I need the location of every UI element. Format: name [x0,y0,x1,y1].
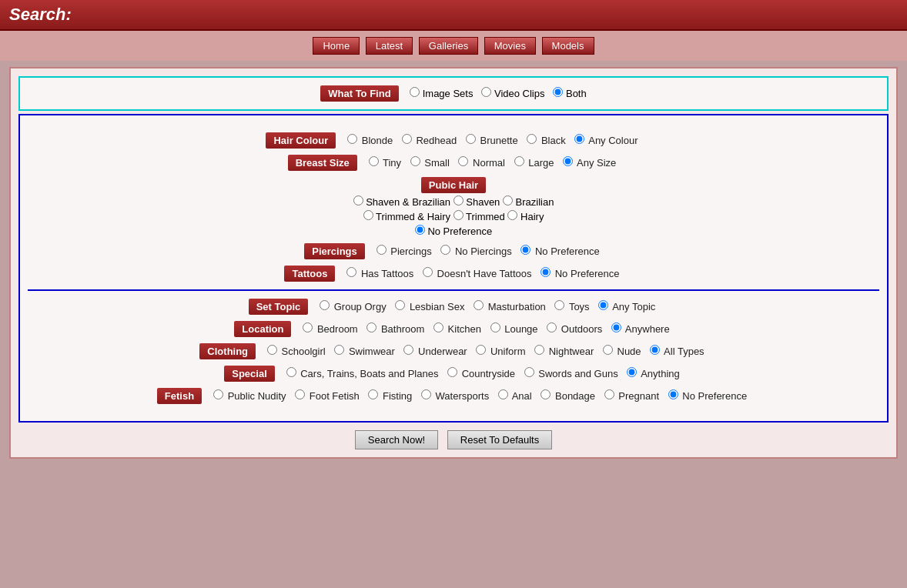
pubic-brazilian[interactable]: Brazilian [503,196,554,208]
special-anything[interactable]: Anything [627,368,680,379]
buttons-row: Search Now! Reset To Defaults [18,430,889,449]
clothing-schoolgirl[interactable]: Schoolgirl [267,346,326,357]
nav-bar: Home Latest Galleries Movies Models [0,31,907,61]
location-anywhere[interactable]: Anywhere [611,323,670,335]
tattoos-row: Tattoos Has Tattoos Doesn't Have Tattoos… [28,266,879,282]
set-topic-row: Set Topic Group Orgy Lesbian Sex Masturb… [28,299,879,315]
pubic-hair-label: Pubic Hair [421,177,486,193]
reset-defaults-button[interactable]: Reset To Defaults [447,430,552,449]
pubic-trimmed[interactable]: Trimmed [454,211,505,222]
pubic-shaven[interactable]: Shaven [454,196,500,208]
pubic-shaven-brazilian[interactable]: Shaven & Brazilian [353,196,450,208]
location-kitchen[interactable]: Kitchen [433,323,481,335]
page-title: Search: [9,5,72,24]
clothing-label: Clothing [199,343,256,359]
hair-colour-label: Hair Colour [266,132,336,149]
clothing-row: Clothing Schoolgirl Swimwear Underwear U… [28,343,879,359]
fetish-bondage[interactable]: Bondage [541,390,595,402]
pubic-hair-row2: Trimmed & Hairy Trimmed Hairy [28,210,879,222]
clothing-underwear[interactable]: Underwear [403,346,467,357]
fetish-anal[interactable]: Anal [498,390,532,402]
option-video-clips[interactable]: Video Clips [481,88,547,99]
what-to-find-box: What To Find Image Sets Video Clips Both [18,76,889,111]
special-label: Special [224,366,275,382]
piercings-no[interactable]: No Piercings [440,246,511,257]
pubic-hairy[interactable]: Hairy [507,211,544,222]
nav-galleries[interactable]: Galleries [419,37,478,55]
option-both[interactable]: Both [553,88,586,99]
piercings-no-pref[interactable]: No Preference [520,246,599,257]
hair-colour-row: Hair Colour Blonde Redhead Brunette Blac… [28,132,879,149]
location-lounge[interactable]: Lounge [490,323,538,335]
set-topic-label: Set Topic [249,299,309,315]
nav-models[interactable]: Models [542,37,594,55]
location-label: Location [234,321,291,337]
location-bedroom[interactable]: Bedroom [303,323,357,335]
pubic-hair-block: Pubic Hair Shaven & Brazilian Shaven Bra… [28,177,879,237]
section-divider [28,289,879,291]
breast-size-row: Breast Size Tiny Small Normal Large Any … [28,155,879,171]
location-outdoors[interactable]: Outdoors [547,323,602,335]
fetish-row: Fetish Public Nudity Foot Fetish Fisting… [28,388,879,404]
breast-any[interactable]: Any Size [563,157,616,169]
what-to-find-label: What To Find [320,85,398,102]
pubic-trimmed-hairy[interactable]: Trimmed & Hairy [363,211,450,222]
pubic-no-preference[interactable]: No Preference [415,226,492,237]
topic-group-orgy[interactable]: Group Orgy [320,301,387,312]
breast-large[interactable]: Large [514,157,554,169]
hair-redhead[interactable]: Redhead [402,135,457,146]
search-now-button[interactable]: Search Now! [355,430,438,449]
location-row: Location Bedroom Bathroom Kitchen Lounge… [28,321,879,337]
breast-size-label: Breast Size [288,155,357,171]
special-swords[interactable]: Swords and Guns [524,368,618,379]
main-search-box: Hair Colour Blonde Redhead Brunette Blac… [18,114,889,423]
location-bathroom[interactable]: Bathroom [366,323,424,335]
clothing-nightwear[interactable]: Nightwear [534,346,594,357]
title-bar: Search: [0,0,907,31]
tattoos-doesnt[interactable]: Doesn't Have Tattoos [423,268,532,279]
hair-any[interactable]: Any Colour [574,135,638,146]
clothing-swimwear[interactable]: Swimwear [334,346,395,357]
topic-toys[interactable]: Toys [554,301,589,312]
option-image-sets[interactable]: Image Sets [410,88,476,99]
piercings-yes[interactable]: Piercings [377,246,432,257]
nav-home[interactable]: Home [313,37,360,55]
hair-brunette[interactable]: Brunette [466,135,518,146]
topic-masturbation[interactable]: Masturbation [474,301,546,312]
topic-any[interactable]: Any Topic [598,301,655,312]
fetish-no-pref[interactable]: No Preference [668,390,747,402]
fetish-watersports[interactable]: Watersports [421,390,489,402]
fetish-fisting[interactable]: Fisting [368,390,412,402]
tattoos-has[interactable]: Has Tattoos [346,268,413,279]
tattoos-label: Tattoos [284,266,335,282]
nav-latest[interactable]: Latest [366,37,413,55]
fetish-label: Fetish [157,388,202,404]
fetish-foot[interactable]: Foot Fetish [295,390,360,402]
special-cars[interactable]: Cars, Trains, Boats and Planes [286,368,439,379]
hair-blonde[interactable]: Blonde [347,135,393,146]
clothing-nude[interactable]: Nude [603,346,641,357]
piercings-label: Piercings [304,243,365,259]
nav-movies[interactable]: Movies [484,37,536,55]
clothing-uniform[interactable]: Uniform [476,346,525,357]
pubic-hair-row3: No Preference [28,225,879,237]
breast-tiny[interactable]: Tiny [369,157,401,169]
pubic-hair-row1: Shaven & Brazilian Shaven Brazilian [28,195,879,208]
clothing-all-types[interactable]: All Types [650,346,704,357]
breast-normal[interactable]: Normal [458,157,505,169]
hair-black[interactable]: Black [527,135,565,146]
tattoos-no-pref[interactable]: No Preference [541,268,619,279]
fetish-public-nudity[interactable]: Public Nudity [213,390,286,402]
fetish-pregnant[interactable]: Pregnant [604,390,659,402]
breast-small[interactable]: Small [410,157,450,169]
outer-wrapper: What To Find Image Sets Video Clips Both… [9,67,898,459]
topic-lesbian[interactable]: Lesbian Sex [395,301,464,312]
special-countryside[interactable]: Countryside [447,368,515,379]
piercings-row: Piercings Piercings No Piercings No Pref… [28,243,879,259]
special-row: Special Cars, Trains, Boats and Planes C… [28,366,879,382]
